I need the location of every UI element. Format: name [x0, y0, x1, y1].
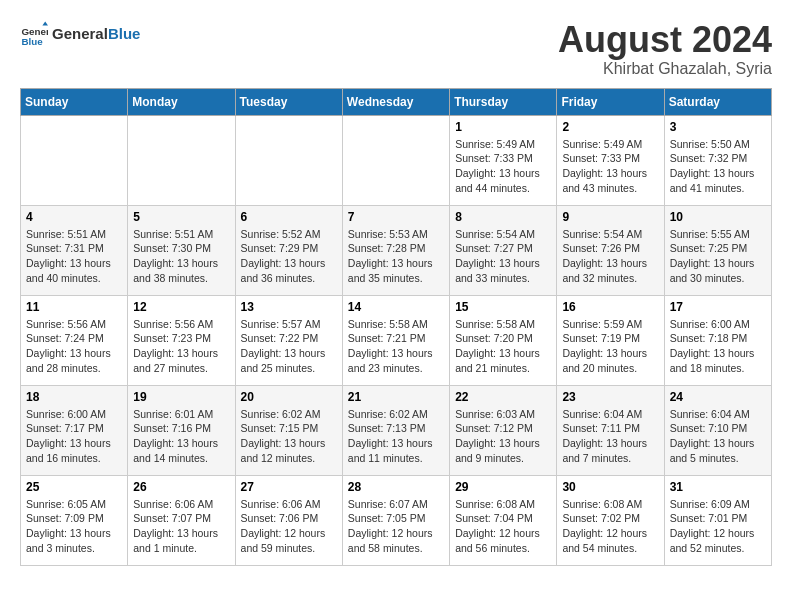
- calendar-week-1: 1Sunrise: 5:49 AMSunset: 7:33 PMDaylight…: [21, 115, 772, 205]
- day-info: Sunrise: 6:04 AMSunset: 7:11 PMDaylight:…: [562, 407, 658, 466]
- day-number: 14: [348, 300, 444, 314]
- calendar-cell: 18Sunrise: 6:00 AMSunset: 7:17 PMDayligh…: [21, 385, 128, 475]
- day-number: 23: [562, 390, 658, 404]
- calendar-cell: 5Sunrise: 5:51 AMSunset: 7:30 PMDaylight…: [128, 205, 235, 295]
- day-info: Sunrise: 5:51 AMSunset: 7:31 PMDaylight:…: [26, 227, 122, 286]
- calendar-cell: 8Sunrise: 5:54 AMSunset: 7:27 PMDaylight…: [450, 205, 557, 295]
- day-number: 29: [455, 480, 551, 494]
- day-number: 19: [133, 390, 229, 404]
- day-number: 17: [670, 300, 766, 314]
- day-number: 13: [241, 300, 337, 314]
- calendar-week-2: 4Sunrise: 5:51 AMSunset: 7:31 PMDaylight…: [21, 205, 772, 295]
- day-number: 3: [670, 120, 766, 134]
- calendar-cell: 24Sunrise: 6:04 AMSunset: 7:10 PMDayligh…: [664, 385, 771, 475]
- day-number: 21: [348, 390, 444, 404]
- day-number: 15: [455, 300, 551, 314]
- calendar-cell: [342, 115, 449, 205]
- day-number: 20: [241, 390, 337, 404]
- day-info: Sunrise: 5:49 AMSunset: 7:33 PMDaylight:…: [562, 137, 658, 196]
- calendar-header-row: SundayMondayTuesdayWednesdayThursdayFrid…: [21, 88, 772, 115]
- calendar-cell: 17Sunrise: 6:00 AMSunset: 7:18 PMDayligh…: [664, 295, 771, 385]
- day-number: 6: [241, 210, 337, 224]
- logo: General Blue GeneralBlue: [20, 20, 140, 48]
- day-number: 4: [26, 210, 122, 224]
- day-number: 22: [455, 390, 551, 404]
- day-info: Sunrise: 5:53 AMSunset: 7:28 PMDaylight:…: [348, 227, 444, 286]
- calendar-cell: 7Sunrise: 5:53 AMSunset: 7:28 PMDaylight…: [342, 205, 449, 295]
- day-info: Sunrise: 5:56 AMSunset: 7:24 PMDaylight:…: [26, 317, 122, 376]
- calendar-cell: [21, 115, 128, 205]
- day-number: 11: [26, 300, 122, 314]
- page-subtitle: Khirbat Ghazalah, Syria: [558, 60, 772, 78]
- calendar-cell: 19Sunrise: 6:01 AMSunset: 7:16 PMDayligh…: [128, 385, 235, 475]
- day-header-thursday: Thursday: [450, 88, 557, 115]
- day-header-tuesday: Tuesday: [235, 88, 342, 115]
- title-block: August 2024 Khirbat Ghazalah, Syria: [558, 20, 772, 78]
- calendar-cell: 28Sunrise: 6:07 AMSunset: 7:05 PMDayligh…: [342, 475, 449, 565]
- calendar-week-4: 18Sunrise: 6:00 AMSunset: 7:17 PMDayligh…: [21, 385, 772, 475]
- calendar-cell: 25Sunrise: 6:05 AMSunset: 7:09 PMDayligh…: [21, 475, 128, 565]
- day-info: Sunrise: 5:58 AMSunset: 7:20 PMDaylight:…: [455, 317, 551, 376]
- page-header: General Blue GeneralBlue August 2024 Khi…: [20, 20, 772, 78]
- day-info: Sunrise: 6:08 AMSunset: 7:04 PMDaylight:…: [455, 497, 551, 556]
- calendar-cell: 2Sunrise: 5:49 AMSunset: 7:33 PMDaylight…: [557, 115, 664, 205]
- day-info: Sunrise: 6:00 AMSunset: 7:18 PMDaylight:…: [670, 317, 766, 376]
- day-number: 27: [241, 480, 337, 494]
- calendar-cell: 21Sunrise: 6:02 AMSunset: 7:13 PMDayligh…: [342, 385, 449, 475]
- day-number: 16: [562, 300, 658, 314]
- calendar-cell: 15Sunrise: 5:58 AMSunset: 7:20 PMDayligh…: [450, 295, 557, 385]
- day-number: 26: [133, 480, 229, 494]
- day-number: 12: [133, 300, 229, 314]
- day-number: 7: [348, 210, 444, 224]
- day-info: Sunrise: 5:58 AMSunset: 7:21 PMDaylight:…: [348, 317, 444, 376]
- day-info: Sunrise: 6:09 AMSunset: 7:01 PMDaylight:…: [670, 497, 766, 556]
- day-number: 2: [562, 120, 658, 134]
- day-number: 25: [26, 480, 122, 494]
- day-info: Sunrise: 6:01 AMSunset: 7:16 PMDaylight:…: [133, 407, 229, 466]
- day-info: Sunrise: 5:54 AMSunset: 7:27 PMDaylight:…: [455, 227, 551, 286]
- calendar-cell: 9Sunrise: 5:54 AMSunset: 7:26 PMDaylight…: [557, 205, 664, 295]
- logo-general: General: [52, 25, 108, 42]
- calendar-cell: 11Sunrise: 5:56 AMSunset: 7:24 PMDayligh…: [21, 295, 128, 385]
- calendar-cell: 26Sunrise: 6:06 AMSunset: 7:07 PMDayligh…: [128, 475, 235, 565]
- svg-marker-2: [42, 21, 48, 25]
- day-info: Sunrise: 5:52 AMSunset: 7:29 PMDaylight:…: [241, 227, 337, 286]
- day-number: 28: [348, 480, 444, 494]
- day-header-saturday: Saturday: [664, 88, 771, 115]
- calendar-week-5: 25Sunrise: 6:05 AMSunset: 7:09 PMDayligh…: [21, 475, 772, 565]
- day-header-monday: Monday: [128, 88, 235, 115]
- calendar-cell: 1Sunrise: 5:49 AMSunset: 7:33 PMDaylight…: [450, 115, 557, 205]
- calendar-cell: 20Sunrise: 6:02 AMSunset: 7:15 PMDayligh…: [235, 385, 342, 475]
- day-info: Sunrise: 6:07 AMSunset: 7:05 PMDaylight:…: [348, 497, 444, 556]
- calendar-week-3: 11Sunrise: 5:56 AMSunset: 7:24 PMDayligh…: [21, 295, 772, 385]
- day-number: 30: [562, 480, 658, 494]
- calendar-cell: 30Sunrise: 6:08 AMSunset: 7:02 PMDayligh…: [557, 475, 664, 565]
- day-info: Sunrise: 6:06 AMSunset: 7:06 PMDaylight:…: [241, 497, 337, 556]
- calendar-cell: 16Sunrise: 5:59 AMSunset: 7:19 PMDayligh…: [557, 295, 664, 385]
- day-info: Sunrise: 6:02 AMSunset: 7:13 PMDaylight:…: [348, 407, 444, 466]
- day-info: Sunrise: 6:06 AMSunset: 7:07 PMDaylight:…: [133, 497, 229, 556]
- calendar-cell: 14Sunrise: 5:58 AMSunset: 7:21 PMDayligh…: [342, 295, 449, 385]
- day-info: Sunrise: 5:51 AMSunset: 7:30 PMDaylight:…: [133, 227, 229, 286]
- day-number: 24: [670, 390, 766, 404]
- calendar-cell: 4Sunrise: 5:51 AMSunset: 7:31 PMDaylight…: [21, 205, 128, 295]
- day-info: Sunrise: 6:00 AMSunset: 7:17 PMDaylight:…: [26, 407, 122, 466]
- page-title: August 2024: [558, 20, 772, 60]
- calendar-cell: 3Sunrise: 5:50 AMSunset: 7:32 PMDaylight…: [664, 115, 771, 205]
- calendar-cell: 31Sunrise: 6:09 AMSunset: 7:01 PMDayligh…: [664, 475, 771, 565]
- day-header-sunday: Sunday: [21, 88, 128, 115]
- calendar-cell: 13Sunrise: 5:57 AMSunset: 7:22 PMDayligh…: [235, 295, 342, 385]
- logo-icon: General Blue: [20, 20, 48, 48]
- logo-blue: Blue: [108, 25, 141, 42]
- calendar-table: SundayMondayTuesdayWednesdayThursdayFrid…: [20, 88, 772, 566]
- calendar-cell: 22Sunrise: 6:03 AMSunset: 7:12 PMDayligh…: [450, 385, 557, 475]
- day-info: Sunrise: 5:55 AMSunset: 7:25 PMDaylight:…: [670, 227, 766, 286]
- day-number: 10: [670, 210, 766, 224]
- calendar-cell: 23Sunrise: 6:04 AMSunset: 7:11 PMDayligh…: [557, 385, 664, 475]
- day-info: Sunrise: 5:57 AMSunset: 7:22 PMDaylight:…: [241, 317, 337, 376]
- day-header-friday: Friday: [557, 88, 664, 115]
- day-number: 18: [26, 390, 122, 404]
- day-number: 1: [455, 120, 551, 134]
- day-info: Sunrise: 6:03 AMSunset: 7:12 PMDaylight:…: [455, 407, 551, 466]
- day-info: Sunrise: 5:59 AMSunset: 7:19 PMDaylight:…: [562, 317, 658, 376]
